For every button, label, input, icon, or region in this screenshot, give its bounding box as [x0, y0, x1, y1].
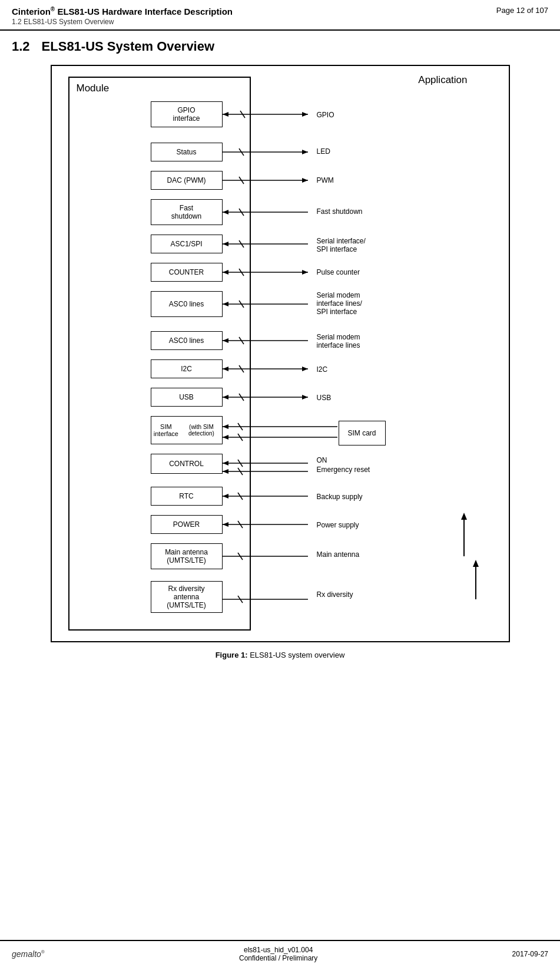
box-i2c: I2C: [151, 359, 223, 378]
label-i2c: I2C: [317, 365, 328, 374]
header-title-rest: ELS81-US Hardware Interface Description: [55, 6, 233, 16]
footer-logo-text: gemalto: [12, 949, 41, 959]
footer-date: 2017-09-27: [512, 950, 548, 958]
label-emergency-reset: Emergency reset: [317, 466, 370, 474]
box-dac: DAC (PWM): [151, 171, 223, 190]
footer-logo: gemalto®: [12, 949, 45, 959]
page-header: Cinterion® ELS81-US Hardware Interface D…: [0, 0, 560, 31]
box-power: POWER: [151, 515, 223, 534]
label-fast-shutdown: Fast shutdown: [317, 207, 363, 216]
footer-center: els81-us_hid_v01.004 Confidential / Prel…: [239, 946, 317, 962]
box-rx-diversity: Rx diversityantenna(UMTS/LTE): [151, 581, 223, 613]
box-asc0-bot: ASC0 lines: [151, 331, 223, 350]
figure-caption: Figure 1: ELS81-US system overview: [51, 651, 510, 659]
box-rtc: RTC: [151, 487, 223, 506]
label-rx-diversity: Rx diversity: [317, 590, 353, 599]
box-gpio: GPIOinterface: [151, 101, 223, 127]
header-title: Cinterion® ELS81-US Hardware Interface D…: [12, 6, 233, 16]
box-control: CONTROL: [151, 454, 223, 474]
box-usb: USB: [151, 388, 223, 407]
section-title: ELS81-US System Overview: [42, 39, 214, 54]
label-power-supply: Power supply: [317, 521, 359, 529]
label-serial-modem1: Serial modeminterface lines/SPI interfac…: [317, 291, 362, 316]
svg-marker-31: [302, 367, 308, 371]
label-backup-supply: Backup supply: [317, 493, 363, 501]
svg-marker-21: [302, 270, 308, 275]
section-heading: 1.2 ELS81-US System Overview: [0, 33, 560, 59]
figure-text: ELS81-US system overview: [248, 651, 345, 659]
label-serial-spi: Serial interface/SPI interface: [317, 237, 366, 253]
label-serial-modem2: Serial modeminterface lines: [317, 333, 360, 349]
box-status: Status: [151, 143, 223, 161]
label-gpio: GPIO: [317, 111, 334, 119]
label-usb: USB: [317, 394, 332, 402]
label-led: LED: [317, 147, 330, 156]
label-pwm: PWM: [317, 176, 334, 184]
box-sim-interface: SIM interface(with SIM detection): [151, 416, 223, 444]
box-asc1spi: ASC1/SPI: [151, 235, 223, 253]
footer-line2: Confidential / Preliminary: [239, 954, 317, 962]
svg-marker-35: [302, 395, 308, 400]
label-pulse-counter: Pulse counter: [317, 268, 360, 276]
box-main-antenna: Main antenna(UMTS/LTE): [151, 543, 223, 569]
application-label: Application: [418, 74, 467, 86]
page-footer: gemalto® els81-us_hid_v01.004 Confidenti…: [0, 940, 560, 967]
diagram-outer: Application Module: [51, 65, 510, 642]
header-subtitle: 1.2 ELS81-US System Overview: [12, 18, 233, 26]
box-counter: COUNTER: [151, 263, 223, 282]
header-brand: Cinterion: [12, 6, 51, 16]
svg-marker-8: [302, 150, 308, 154]
svg-marker-62: [473, 560, 479, 567]
footer-line1: els81-us_hid_v01.004: [239, 946, 317, 954]
box-asc0-top: ASC0 lines: [151, 291, 223, 317]
label-on: ON: [317, 456, 327, 464]
diagram-wrapper: Application Module: [51, 65, 510, 659]
page-number: Page 12 of 107: [496, 6, 548, 15]
box-fast-shutdown: Fastshutdown: [151, 199, 223, 225]
svg-marker-58: [461, 513, 467, 520]
section-number: 1.2: [12, 39, 30, 54]
svg-marker-11: [302, 178, 308, 183]
sim-card-box: SIM card: [339, 421, 386, 445]
figure-label: Figure 1:: [216, 651, 248, 659]
svg-marker-5: [302, 112, 308, 117]
label-main-antenna: Main antenna: [317, 550, 360, 559]
